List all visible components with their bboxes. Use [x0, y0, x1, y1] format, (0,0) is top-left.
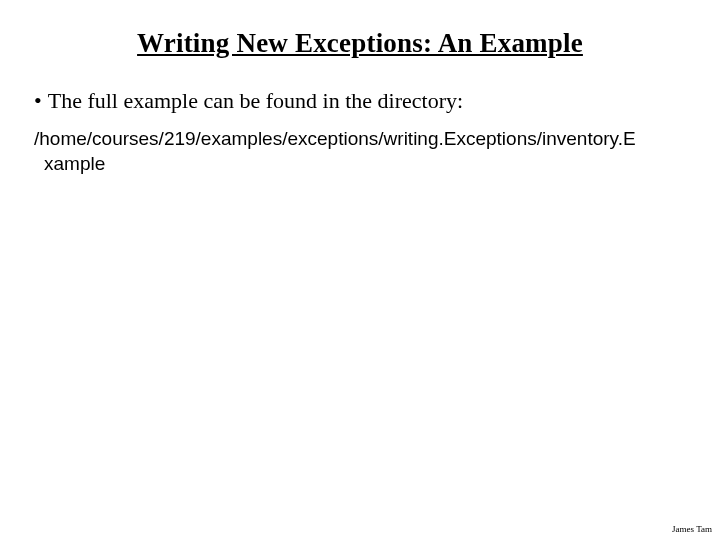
slide-title: Writing New Exceptions: An Example	[30, 28, 690, 59]
bullet-item: • The full example can be found in the d…	[30, 87, 690, 116]
path-line-1: /home/courses/219/examples/exceptions/wr…	[34, 126, 690, 152]
bullet-text: The full example can be found in the dir…	[48, 87, 463, 116]
path-line-2: xample	[34, 151, 690, 177]
footer-author: James Tam	[672, 524, 712, 534]
path-block: /home/courses/219/examples/exceptions/wr…	[30, 126, 690, 177]
bullet-marker: •	[34, 87, 42, 116]
slide-container: Writing New Exceptions: An Example • The…	[0, 0, 720, 540]
